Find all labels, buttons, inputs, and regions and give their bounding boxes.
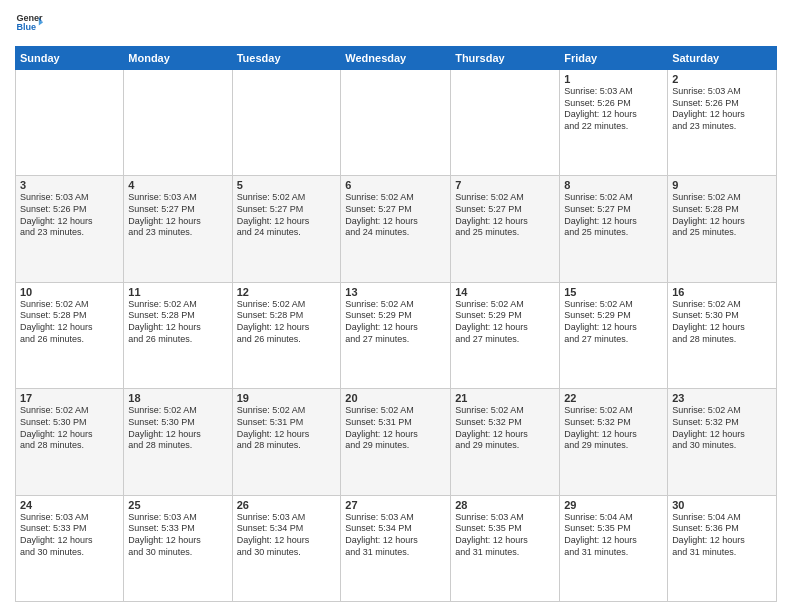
day-number: 23	[672, 392, 772, 404]
day-info: Sunrise: 5:02 AM Sunset: 5:29 PM Dayligh…	[564, 299, 663, 346]
header-thursday: Thursday	[451, 47, 560, 70]
day-number: 21	[455, 392, 555, 404]
week-row-2: 10Sunrise: 5:02 AM Sunset: 5:28 PM Dayli…	[16, 282, 777, 388]
day-cell: 9Sunrise: 5:02 AM Sunset: 5:28 PM Daylig…	[668, 176, 777, 282]
calendar-table: SundayMondayTuesdayWednesdayThursdayFrid…	[15, 46, 777, 602]
day-cell	[124, 70, 232, 176]
day-cell: 2Sunrise: 5:03 AM Sunset: 5:26 PM Daylig…	[668, 70, 777, 176]
header-monday: Monday	[124, 47, 232, 70]
day-number: 8	[564, 179, 663, 191]
day-cell: 8Sunrise: 5:02 AM Sunset: 5:27 PM Daylig…	[560, 176, 668, 282]
day-info: Sunrise: 5:03 AM Sunset: 5:26 PM Dayligh…	[672, 86, 772, 133]
day-number: 18	[128, 392, 227, 404]
day-info: Sunrise: 5:02 AM Sunset: 5:27 PM Dayligh…	[564, 192, 663, 239]
day-cell: 20Sunrise: 5:02 AM Sunset: 5:31 PM Dayli…	[341, 389, 451, 495]
day-info: Sunrise: 5:02 AM Sunset: 5:32 PM Dayligh…	[455, 405, 555, 452]
week-row-1: 3Sunrise: 5:03 AM Sunset: 5:26 PM Daylig…	[16, 176, 777, 282]
day-cell: 3Sunrise: 5:03 AM Sunset: 5:26 PM Daylig…	[16, 176, 124, 282]
day-cell: 25Sunrise: 5:03 AM Sunset: 5:33 PM Dayli…	[124, 495, 232, 601]
day-cell: 23Sunrise: 5:02 AM Sunset: 5:32 PM Dayli…	[668, 389, 777, 495]
day-info: Sunrise: 5:04 AM Sunset: 5:36 PM Dayligh…	[672, 512, 772, 559]
day-cell	[341, 70, 451, 176]
day-number: 12	[237, 286, 337, 298]
header-tuesday: Tuesday	[232, 47, 341, 70]
day-number: 24	[20, 499, 119, 511]
day-info: Sunrise: 5:03 AM Sunset: 5:27 PM Dayligh…	[128, 192, 227, 239]
day-info: Sunrise: 5:02 AM Sunset: 5:29 PM Dayligh…	[455, 299, 555, 346]
day-cell: 27Sunrise: 5:03 AM Sunset: 5:34 PM Dayli…	[341, 495, 451, 601]
day-cell: 21Sunrise: 5:02 AM Sunset: 5:32 PM Dayli…	[451, 389, 560, 495]
day-number: 9	[672, 179, 772, 191]
week-row-4: 24Sunrise: 5:03 AM Sunset: 5:33 PM Dayli…	[16, 495, 777, 601]
day-cell: 5Sunrise: 5:02 AM Sunset: 5:27 PM Daylig…	[232, 176, 341, 282]
day-cell: 18Sunrise: 5:02 AM Sunset: 5:30 PM Dayli…	[124, 389, 232, 495]
day-info: Sunrise: 5:03 AM Sunset: 5:26 PM Dayligh…	[20, 192, 119, 239]
day-info: Sunrise: 5:02 AM Sunset: 5:31 PM Dayligh…	[345, 405, 446, 452]
day-cell: 7Sunrise: 5:02 AM Sunset: 5:27 PM Daylig…	[451, 176, 560, 282]
day-number: 6	[345, 179, 446, 191]
svg-text:Blue: Blue	[16, 22, 36, 32]
day-cell: 15Sunrise: 5:02 AM Sunset: 5:29 PM Dayli…	[560, 282, 668, 388]
week-row-3: 17Sunrise: 5:02 AM Sunset: 5:30 PM Dayli…	[16, 389, 777, 495]
day-number: 22	[564, 392, 663, 404]
day-cell: 6Sunrise: 5:02 AM Sunset: 5:27 PM Daylig…	[341, 176, 451, 282]
day-cell: 4Sunrise: 5:03 AM Sunset: 5:27 PM Daylig…	[124, 176, 232, 282]
day-info: Sunrise: 5:04 AM Sunset: 5:35 PM Dayligh…	[564, 512, 663, 559]
day-cell: 19Sunrise: 5:02 AM Sunset: 5:31 PM Dayli…	[232, 389, 341, 495]
day-number: 15	[564, 286, 663, 298]
day-number: 26	[237, 499, 337, 511]
day-info: Sunrise: 5:02 AM Sunset: 5:31 PM Dayligh…	[237, 405, 337, 452]
day-cell: 14Sunrise: 5:02 AM Sunset: 5:29 PM Dayli…	[451, 282, 560, 388]
day-number: 2	[672, 73, 772, 85]
day-number: 14	[455, 286, 555, 298]
day-cell: 22Sunrise: 5:02 AM Sunset: 5:32 PM Dayli…	[560, 389, 668, 495]
day-info: Sunrise: 5:02 AM Sunset: 5:28 PM Dayligh…	[20, 299, 119, 346]
day-number: 20	[345, 392, 446, 404]
day-number: 30	[672, 499, 772, 511]
header: General Blue	[15, 10, 777, 38]
logo-icon: General Blue	[15, 10, 43, 38]
day-cell: 17Sunrise: 5:02 AM Sunset: 5:30 PM Dayli…	[16, 389, 124, 495]
day-info: Sunrise: 5:02 AM Sunset: 5:30 PM Dayligh…	[20, 405, 119, 452]
day-info: Sunrise: 5:03 AM Sunset: 5:35 PM Dayligh…	[455, 512, 555, 559]
day-cell: 12Sunrise: 5:02 AM Sunset: 5:28 PM Dayli…	[232, 282, 341, 388]
header-wednesday: Wednesday	[341, 47, 451, 70]
day-number: 27	[345, 499, 446, 511]
day-number: 19	[237, 392, 337, 404]
day-number: 4	[128, 179, 227, 191]
day-number: 1	[564, 73, 663, 85]
day-number: 11	[128, 286, 227, 298]
day-cell: 10Sunrise: 5:02 AM Sunset: 5:28 PM Dayli…	[16, 282, 124, 388]
day-info: Sunrise: 5:02 AM Sunset: 5:27 PM Dayligh…	[455, 192, 555, 239]
day-number: 5	[237, 179, 337, 191]
day-number: 3	[20, 179, 119, 191]
day-info: Sunrise: 5:03 AM Sunset: 5:33 PM Dayligh…	[128, 512, 227, 559]
day-info: Sunrise: 5:03 AM Sunset: 5:33 PM Dayligh…	[20, 512, 119, 559]
day-info: Sunrise: 5:02 AM Sunset: 5:32 PM Dayligh…	[672, 405, 772, 452]
header-saturday: Saturday	[668, 47, 777, 70]
day-number: 13	[345, 286, 446, 298]
day-info: Sunrise: 5:03 AM Sunset: 5:34 PM Dayligh…	[345, 512, 446, 559]
day-info: Sunrise: 5:02 AM Sunset: 5:28 PM Dayligh…	[128, 299, 227, 346]
day-cell: 1Sunrise: 5:03 AM Sunset: 5:26 PM Daylig…	[560, 70, 668, 176]
day-cell	[451, 70, 560, 176]
day-cell: 28Sunrise: 5:03 AM Sunset: 5:35 PM Dayli…	[451, 495, 560, 601]
day-cell: 30Sunrise: 5:04 AM Sunset: 5:36 PM Dayli…	[668, 495, 777, 601]
day-cell: 26Sunrise: 5:03 AM Sunset: 5:34 PM Dayli…	[232, 495, 341, 601]
day-number: 17	[20, 392, 119, 404]
day-info: Sunrise: 5:02 AM Sunset: 5:28 PM Dayligh…	[672, 192, 772, 239]
day-cell: 24Sunrise: 5:03 AM Sunset: 5:33 PM Dayli…	[16, 495, 124, 601]
header-friday: Friday	[560, 47, 668, 70]
day-number: 7	[455, 179, 555, 191]
day-cell: 11Sunrise: 5:02 AM Sunset: 5:28 PM Dayli…	[124, 282, 232, 388]
day-info: Sunrise: 5:03 AM Sunset: 5:26 PM Dayligh…	[564, 86, 663, 133]
day-number: 10	[20, 286, 119, 298]
logo: General Blue	[15, 10, 43, 38]
day-info: Sunrise: 5:02 AM Sunset: 5:27 PM Dayligh…	[345, 192, 446, 239]
day-info: Sunrise: 5:02 AM Sunset: 5:32 PM Dayligh…	[564, 405, 663, 452]
page: General Blue SundayMondayTuesdayWednesda…	[0, 0, 792, 612]
header-sunday: Sunday	[16, 47, 124, 70]
day-info: Sunrise: 5:03 AM Sunset: 5:34 PM Dayligh…	[237, 512, 337, 559]
day-info: Sunrise: 5:02 AM Sunset: 5:28 PM Dayligh…	[237, 299, 337, 346]
day-cell	[232, 70, 341, 176]
